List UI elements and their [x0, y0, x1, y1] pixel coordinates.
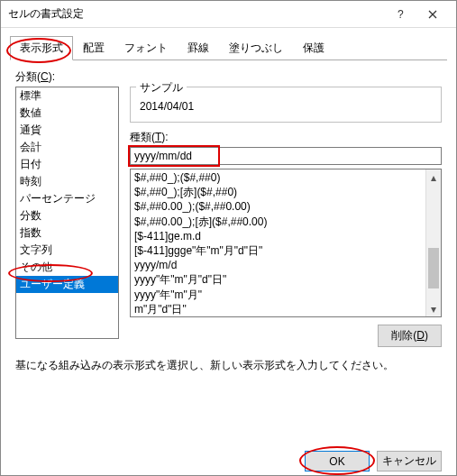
scrollbar[interactable]: ▴ ▾ [425, 169, 441, 316]
tab-label: 罫線 [187, 41, 209, 54]
format-listbox[interactable]: $#,##0_);($#,##0) $#,##0_);[赤]($#,##0) $… [130, 169, 442, 317]
list-item[interactable]: [$-411]ggge"年"m"月"d"日" [134, 243, 422, 258]
tab-strip: 表示形式 配置 フォント 罫線 塗りつぶし 保護 [10, 35, 447, 60]
list-item[interactable]: m/d/yy [134, 316, 422, 317]
scroll-thumb[interactable] [428, 248, 439, 288]
list-item[interactable]: 日付 [16, 156, 118, 173]
list-item[interactable]: $#,##0_);($#,##0) [134, 170, 422, 185]
sample-group: サンプル 2014/04/01 [130, 87, 442, 123]
list-item[interactable]: $#,##0.00_);[赤]($#,##0.00) [134, 215, 422, 229]
help-button[interactable]: ? [384, 4, 416, 25]
tab-border[interactable]: 罫線 [178, 36, 219, 60]
list-item[interactable]: yyyy/m/d [134, 258, 422, 272]
list-item[interactable]: yyyy"年"m"月"d"日" [134, 272, 422, 287]
scroll-track[interactable] [426, 185, 441, 301]
list-item[interactable]: $#,##0_);[赤]($#,##0) [134, 185, 422, 199]
delete-button[interactable]: 削除(D) [378, 325, 442, 347]
list-item[interactable]: その他 [16, 259, 118, 276]
tab-alignment[interactable]: 配置 [73, 36, 114, 60]
sample-value: 2014/04/01 [140, 95, 432, 113]
tab-label: 表示形式 [20, 41, 63, 54]
ok-button[interactable]: OK [305, 451, 370, 471]
close-button[interactable] [416, 4, 449, 25]
window-title: セルの書式設定 [8, 6, 384, 22]
list-item[interactable]: 文字列 [16, 242, 118, 259]
tab-label: 保護 [303, 41, 324, 54]
list-item[interactable]: m"月"d"日" [134, 302, 422, 316]
list-item[interactable]: 分数 [16, 207, 118, 224]
tab-font[interactable]: フォント [114, 36, 178, 60]
scroll-down-icon[interactable]: ▾ [426, 301, 441, 316]
list-item[interactable]: パーセンテージ [16, 190, 118, 207]
list-item[interactable]: $#,##0.00_);($#,##0.00) [134, 199, 422, 214]
list-item[interactable]: 通貨 [16, 122, 118, 139]
list-item-user-defined[interactable]: ユーザー定義 [16, 276, 118, 293]
type-input[interactable] [130, 147, 442, 165]
list-item[interactable]: 標準 [16, 87, 118, 105]
tab-fill[interactable]: 塗りつぶし [219, 36, 293, 60]
hint-text: 基になる組み込みの表示形式を選択し、新しい表示形式を入力してください。 [15, 358, 442, 373]
list-item[interactable]: 時刻 [16, 173, 118, 190]
tab-protection[interactable]: 保護 [293, 36, 334, 60]
type-label: 種類(T): [130, 130, 442, 145]
category-label: 分類(C): [15, 69, 442, 85]
list-item[interactable]: 数値 [16, 105, 118, 122]
svg-text:?: ? [398, 9, 404, 20]
list-item[interactable]: [$-411]ge.m.d [134, 229, 422, 243]
sample-label: サンプル [136, 80, 187, 96]
tab-label: 塗りつぶし [229, 41, 283, 54]
scroll-up-icon[interactable]: ▴ [426, 169, 441, 185]
tab-number-format[interactable]: 表示形式 [10, 36, 73, 60]
list-item[interactable]: 指数 [16, 224, 118, 242]
title-bar: セルの書式設定 ? [1, 1, 456, 28]
cancel-button[interactable]: キャンセル [377, 451, 442, 471]
list-item[interactable]: 会計 [16, 139, 118, 156]
tab-label: 配置 [83, 41, 105, 54]
tab-label: フォント [124, 41, 168, 54]
dialog-footer: OK キャンセル [305, 451, 442, 471]
category-listbox[interactable]: 標準 数値 通貨 会計 日付 時刻 パーセンテージ 分数 指数 文字列 その他 … [15, 87, 119, 339]
list-item[interactable]: yyyy"年"m"月" [134, 288, 422, 302]
